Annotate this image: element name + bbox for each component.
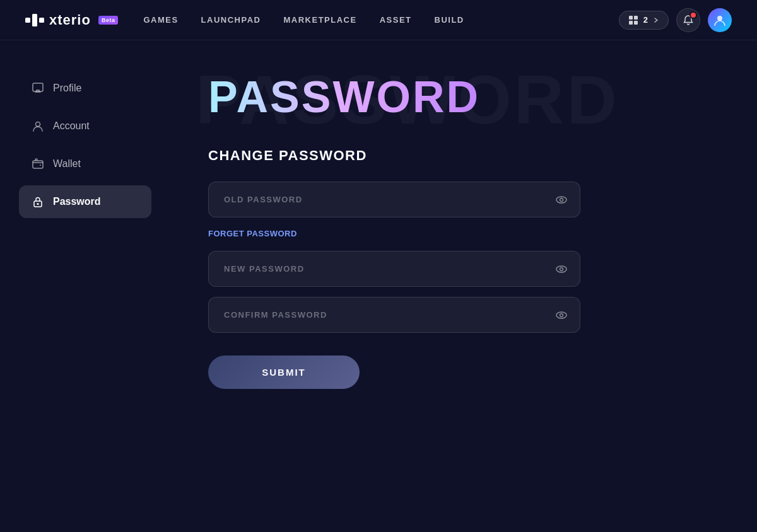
- confirm-password-input[interactable]: [208, 297, 580, 333]
- confirm-password-eye-toggle[interactable]: [555, 309, 568, 321]
- old-password-input[interactable]: [208, 182, 580, 217]
- bell-icon: [683, 14, 694, 26]
- notification-count: 2: [643, 15, 648, 25]
- svg-point-17: [556, 312, 566, 318]
- main-content: Profile Account Wallet: [0, 40, 757, 532]
- header-right: 2: [619, 8, 732, 32]
- profile-icon: [32, 82, 44, 95]
- old-password-group: [208, 182, 580, 217]
- svg-rect-4: [634, 16, 638, 20]
- svg-point-9: [36, 122, 40, 127]
- new-password-eye-toggle[interactable]: [555, 263, 568, 275]
- chevron-right-icon: [653, 17, 659, 23]
- nav-games[interactable]: GAMES: [143, 15, 178, 25]
- nav-marketplace[interactable]: MARKETPLACE: [283, 15, 356, 25]
- svg-rect-0: [25, 18, 30, 23]
- notification-bell-button[interactable]: [676, 8, 700, 32]
- forget-password-link[interactable]: FORGET PASSWORD: [208, 229, 297, 238]
- page-title: PASSWORD: [208, 72, 719, 122]
- sidebar-password-label: Password: [53, 196, 101, 207]
- svg-rect-6: [634, 21, 638, 25]
- page-title-gradient: PASSWORD: [208, 72, 480, 122]
- svg-point-12: [37, 203, 39, 205]
- nav-asset[interactable]: ASSET: [380, 15, 412, 25]
- svg-rect-3: [629, 16, 633, 20]
- sidebar-item-account[interactable]: Account: [19, 110, 151, 142]
- lock-icon: [32, 195, 44, 208]
- notification-count-badge[interactable]: 2: [619, 11, 669, 30]
- old-password-eye-toggle[interactable]: [555, 194, 568, 206]
- sidebar-wallet-label: Wallet: [53, 158, 81, 170]
- eye-icon: [555, 309, 568, 321]
- svg-point-7: [717, 16, 722, 21]
- sidebar-item-wallet[interactable]: Wallet: [19, 147, 151, 180]
- grid-icon: [628, 15, 638, 25]
- svg-point-13: [556, 197, 566, 203]
- avatar-icon: [713, 13, 727, 27]
- svg-point-16: [560, 267, 563, 270]
- new-password-group: [208, 251, 580, 287]
- sidebar-item-password[interactable]: Password: [19, 185, 151, 218]
- nav-build[interactable]: BUILD: [435, 15, 464, 25]
- logo[interactable]: xterio Beta: [25, 12, 118, 28]
- svg-rect-10: [33, 161, 43, 168]
- nav-links: GAMES LAUNCHPAD MARKETPLACE ASSET BUILD: [143, 15, 464, 25]
- form-section-title: CHANGE PASSWORD: [208, 147, 719, 164]
- eye-icon: [555, 194, 568, 206]
- sidebar-account-label: Account: [53, 120, 90, 132]
- sidebar-profile-label: Profile: [53, 83, 81, 94]
- confirm-password-group: [208, 297, 580, 333]
- logo-icon: [25, 14, 44, 26]
- sidebar-item-profile[interactable]: Profile: [19, 72, 151, 105]
- header-left: xterio Beta GAMES LAUNCHPAD MARKETPLACE …: [25, 12, 464, 28]
- svg-rect-2: [39, 18, 44, 23]
- eye-icon: [555, 263, 568, 275]
- change-password-form: CHANGE PASSWORD FORGET PASSWORD: [208, 147, 719, 389]
- page-content: PASSWORD PASSWORD CHANGE PASSWORD FORGET…: [170, 40, 757, 532]
- beta-badge: Beta: [98, 16, 119, 25]
- submit-button[interactable]: SUBMIT: [208, 356, 360, 389]
- wallet-icon: [32, 158, 44, 170]
- sidebar: Profile Account Wallet: [0, 40, 170, 532]
- svg-point-15: [556, 266, 566, 272]
- user-avatar-button[interactable]: [708, 8, 732, 32]
- logo-text: xterio: [49, 12, 91, 28]
- svg-point-18: [560, 313, 563, 316]
- new-password-input[interactable]: [208, 251, 580, 287]
- nav-launchpad[interactable]: LAUNCHPAD: [201, 15, 261, 25]
- account-icon: [32, 120, 44, 132]
- header: xterio Beta GAMES LAUNCHPAD MARKETPLACE …: [0, 0, 757, 40]
- svg-point-14: [560, 198, 563, 201]
- svg-rect-1: [32, 14, 37, 26]
- svg-rect-5: [629, 21, 633, 25]
